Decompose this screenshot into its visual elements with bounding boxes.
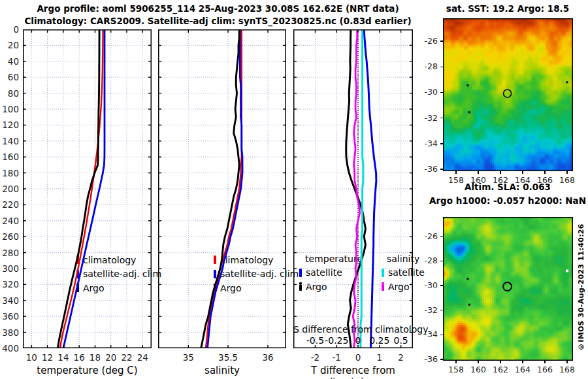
y-tick-label: 160 [0, 152, 19, 162]
lon-tick-label: 168 [555, 365, 579, 374]
lon-tick-mark [500, 361, 500, 363]
temperature_profile-curve-argo [57, 29, 99, 348]
lat-tick-label: -32 [417, 113, 438, 123]
lon-tick-label: 160 [466, 175, 490, 185]
y-tick-label: 180 [0, 168, 19, 178]
y-tick-label: 80 [0, 88, 19, 99]
lat-tick-mark [440, 236, 443, 237]
lon-tick-mark [455, 171, 456, 174]
lat-tick-label: -34 [417, 329, 438, 339]
lon-tick-mark [566, 171, 567, 174]
figure-title-line2: Climatology: CARS2009. Satellite-adj cli… [23, 16, 413, 26]
lat-tick-label: -28 [417, 61, 438, 71]
y-tick-label: 340 [0, 295, 19, 306]
x-tick-label: 35 [172, 352, 204, 363]
sst_map-canvas [443, 18, 573, 171]
y-tick-label: 300 [0, 263, 19, 274]
x-axis-title: T difference from climatology [293, 365, 413, 379]
copyright-text: ©IMOS 30-Aug-2023 11:40:26 [577, 220, 587, 351]
y-tick-label: 400 [0, 343, 19, 354]
lon-tick-label: 166 [533, 175, 557, 185]
y-tick-label: 280 [0, 248, 19, 258]
lat-tick-mark [440, 41, 443, 41]
lat-tick-label: -32 [417, 305, 438, 315]
difference_profile-curve-satellite [361, 29, 363, 348]
lat-tick-label: -36 [417, 164, 438, 174]
lon-tick-label: 158 [444, 365, 468, 374]
sla_map-canvas [443, 217, 573, 361]
y-tick-label: 260 [0, 231, 19, 242]
panel-border [159, 30, 286, 348]
lon-tick-mark [544, 361, 545, 363]
difference_profile-plot [293, 29, 413, 348]
lat-tick-label: -26 [417, 231, 438, 241]
x-tick-label: 24 [127, 352, 158, 363]
y-tick-label: 120 [0, 120, 19, 130]
y-tick-label: 380 [0, 327, 19, 338]
y-tick-label: 140 [0, 136, 19, 146]
lon-tick-mark [478, 171, 478, 174]
y-tick-label: 20 [0, 40, 19, 50]
lat-tick-mark [440, 359, 443, 359]
temperature_profile-plot [23, 29, 152, 348]
s-axis-tick-label: 0.5 [384, 335, 418, 346]
lat-tick-mark [440, 285, 443, 286]
salinity_profile-curve-argo [201, 29, 240, 348]
lat-tick-label: -26 [417, 36, 438, 46]
lon-tick-label: 164 [511, 175, 534, 185]
s-axis-title: S difference from climatology [293, 324, 413, 335]
lon-tick-label: 162 [489, 175, 512, 185]
lon-tick-mark [478, 361, 478, 363]
lon-tick-label: 164 [511, 365, 534, 374]
lon-tick-mark [522, 171, 523, 174]
y-tick-label: 0 [0, 24, 19, 35]
lat-tick-mark [440, 261, 443, 261]
lat-tick-mark [440, 335, 443, 335]
x-tick-label: 35.5 [212, 352, 244, 363]
y-tick-label: 100 [0, 104, 19, 114]
lon-tick-label: 166 [533, 365, 557, 374]
y-tick-label: 360 [0, 311, 19, 321]
lon-tick-mark [500, 171, 500, 174]
lat-tick-mark [440, 169, 443, 169]
salinity_profile-plot [158, 29, 286, 348]
x-tick-label: 36 [252, 352, 284, 363]
x-tick-label: 2 [385, 352, 417, 363]
lon-tick-label: 162 [489, 365, 512, 374]
y-tick-label: 220 [0, 199, 19, 210]
lat-tick-mark [440, 310, 443, 310]
lat-tick-label: -28 [417, 255, 438, 265]
lon-tick-mark [544, 171, 545, 174]
lat-tick-label: -36 [417, 354, 438, 364]
y-tick-label: 40 [0, 56, 19, 67]
x-axis-title: salinity [158, 365, 286, 376]
lon-tick-mark [522, 361, 523, 363]
sst-map-title: sat. SST: 19.2 Argo: 18.5 [423, 3, 588, 14]
lat-tick-mark [440, 118, 443, 118]
lon-tick-label: 168 [555, 175, 579, 185]
lat-tick-mark [440, 67, 443, 67]
figure-root: Argo profile: aoml 5906255_114 25-Aug-20… [0, 0, 588, 379]
y-tick-label: 240 [0, 216, 19, 226]
y-tick-label: 60 [0, 72, 19, 82]
lat-tick-label: -30 [417, 87, 438, 97]
figure-title-line1: Argo profile: aoml 5906255_114 25-Aug-20… [23, 3, 413, 14]
lon-tick-mark [566, 361, 567, 363]
x-axis-title: temperature (deg C) [23, 365, 152, 376]
lon-tick-label: 158 [444, 175, 468, 185]
y-tick-label: 320 [0, 279, 19, 289]
lat-tick-mark [440, 143, 443, 144]
y-tick-label: 200 [0, 184, 19, 194]
sla-map-title-line2: Argo h1000: -0.057 h2000: NaN [418, 195, 588, 206]
lon-tick-mark [455, 361, 456, 363]
lat-tick-label: -34 [417, 139, 438, 148]
lat-tick-mark [440, 92, 443, 93]
lon-tick-label: 160 [466, 365, 490, 374]
lat-tick-label: -30 [417, 280, 438, 290]
